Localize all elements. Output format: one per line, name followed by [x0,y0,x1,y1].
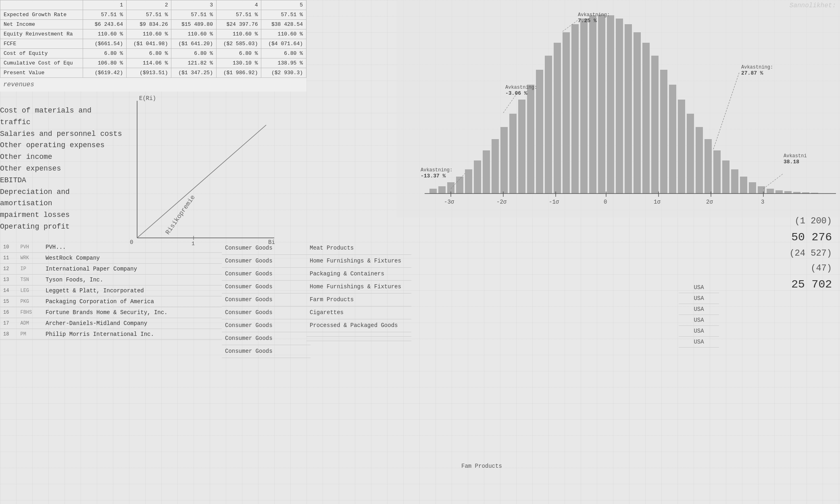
row-ticker: WRK [17,253,42,264]
svg-rect-46 [749,182,756,194]
normal-dist-chart: -3σ -2σ -1σ 0 1σ 2σ 3 Avkastning: -13.37… [396,0,840,218]
row-company: Packaging Corporation of America [42,296,222,307]
row-company: Leggett & Platt, Incorporated [42,285,222,296]
svg-text:Avkastning:: Avkastning: [505,85,537,90]
header-cell-label [0,0,83,10]
svg-text:2σ: 2σ [706,199,713,205]
financial-value: 50 276 [687,229,840,246]
row-val: $9 834.26 [126,20,171,29]
svg-rect-39 [687,114,694,194]
svg-rect-35 [651,56,659,194]
row-val: ($1 986.92) [216,68,261,78]
row-ticker: TSN [17,275,42,285]
row-ticker: PM [17,329,42,340]
sector-item: Consumer Goods [222,294,311,306]
sector-item: Consumer Goods [222,242,311,255]
industry-item: Home Furnishings & Fixtures [306,281,411,294]
svg-text:7.25 %: 7.25 % [578,18,597,24]
sector-item: Consumer Goods [222,281,311,294]
row-num: 18 [0,329,17,340]
row-company: Philip Morris International Inc. [42,329,222,340]
row-ticker: PVH [17,242,42,253]
svg-rect-28 [589,15,596,194]
row-val: 6.80 % [261,49,306,58]
list-item: Other expenses [0,163,125,175]
row-val: 6.80 % [126,49,171,58]
country-column: USA USA USA USA USA USA [679,282,719,348]
svg-text:3: 3 [761,199,764,205]
row-val: 110.60 % [171,29,217,39]
svg-rect-38 [678,100,685,194]
svg-rect-10 [429,189,437,194]
row-num: 12 [0,264,17,275]
svg-line-2 [137,125,266,238]
svg-rect-15 [474,160,481,194]
table-row: 14 LEG Leggett & Platt, Incorporated [0,285,222,296]
row-num: 10 [0,242,17,253]
financial-table: 1 2 3 4 5 Expected Growth Rate 57.51 % 5… [0,0,306,78]
table-row: Cost of Equity 6.80 % 6.80 % 6.80 % 6.80… [0,49,306,58]
row-label: Cost of Equity [0,49,83,58]
svg-rect-26 [571,24,579,194]
svg-rect-40 [696,127,703,194]
table-row: 11 WRK WestRock Company [0,253,222,264]
row-val: $15 489.80 [171,20,217,29]
row-val: 110.60 % [216,29,261,39]
industry-item: Packaging & Containers [306,268,411,281]
header-cell-3: 3 [171,0,217,10]
text-list-section: Cost of materials and traffic Salaries a… [0,105,125,233]
svg-rect-47 [758,186,765,194]
svg-rect-25 [563,32,570,194]
row-val: ($619.42) [83,68,126,78]
row-company: Fortune Brands Home & Security, Inc. [42,307,222,318]
revenues-label: revenues [0,78,306,92]
industry-item: Processed & Packaged Goods [306,319,411,332]
table-row: FCFE ($661.54) ($1 041.98) ($1 641.20) (… [0,39,306,49]
list-item: Salaries and personnel costs [0,128,125,140]
industry-item [306,337,411,341]
row-num: 16 [0,307,17,318]
table-row: 13 TSN Tyson Foods, Inc. [0,275,222,285]
row-val: ($1 041.98) [126,39,171,49]
svg-rect-19 [509,114,517,194]
sector-item: Consumer Goods [222,345,311,358]
sector-item: Consumer Goods [222,268,311,281]
svg-rect-48 [767,189,774,194]
country-item: USA [679,326,719,337]
row-label: Present Value [0,68,83,78]
table-row: 15 PKG Packaging Corporation of America [0,296,222,307]
industry-item: Farm Products [306,294,411,306]
row-label: Expected Growth Rate [0,10,83,20]
row-val: $24 397.76 [216,20,261,29]
row-val: 114.06 % [126,58,171,68]
row-val: ($1 347.25) [171,68,217,78]
row-company: Archer-Daniels-Midland Company [42,318,222,329]
row-ticker: LEG [17,285,42,296]
svg-rect-50 [784,191,792,194]
svg-rect-23 [545,56,552,194]
svg-text:Avkastni: Avkastni [784,153,807,159]
row-company: WestRock Company [42,253,222,264]
fam-products-label: Fam Products [461,463,502,469]
companies-section: 10 PVH PVH... 11 WRK WestRock Company 12… [0,242,222,340]
row-ticker: ADM [17,318,42,329]
row-val: ($2 585.03) [216,39,261,49]
row-val: 106.80 % [83,58,126,68]
svg-rect-11 [438,186,446,194]
svg-rect-14 [465,169,472,194]
row-company: Tyson Foods, Inc. [42,275,222,285]
svg-rect-45 [740,177,747,194]
svg-rect-34 [642,43,650,194]
header-cell-5: 5 [261,0,306,10]
row-num: 13 [0,275,17,285]
svg-rect-13 [456,177,463,194]
country-item: USA [679,337,719,348]
table-row: Expected Growth Rate 57.51 % 57.51 % 57.… [0,10,306,20]
row-val: ($913.51) [126,68,171,78]
table-row: Present Value ($619.42) ($913.51) ($1 34… [0,68,306,78]
svg-rect-29 [598,15,605,194]
svg-rect-41 [705,139,712,194]
row-label: FCFE [0,39,83,49]
row-val: ($1 641.20) [171,39,217,49]
row-val: ($4 071.64) [261,39,306,49]
